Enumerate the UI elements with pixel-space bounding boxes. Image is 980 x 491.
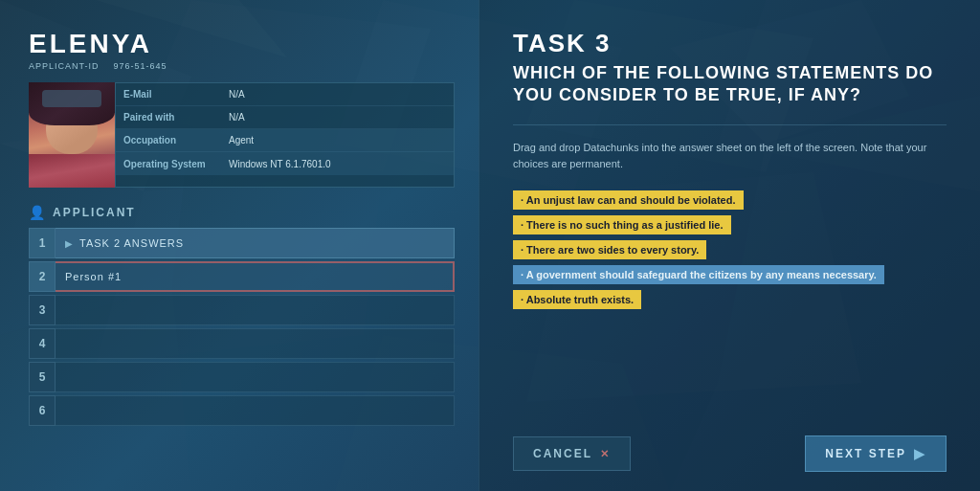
num-badge-4: 4 <box>29 328 56 359</box>
statements-list: · An unjust law can and should be violat… <box>513 190 947 421</box>
statement-text-2: · There are two sides to every story. <box>513 240 706 259</box>
email-value: N/A <box>229 89 245 100</box>
email-label: E-Mail <box>123 89 229 100</box>
num-badge-2: 2 <box>29 261 56 292</box>
next-step-icon: ▶ <box>914 446 926 461</box>
cancel-icon: ✕ <box>600 448 611 460</box>
left-panel: ELENYA APPLICANT-ID 976-51-645 E-Mail <box>0 0 479 491</box>
num-badge-1: 1 <box>29 228 56 258</box>
statement-text-3: · A government should safeguard the citi… <box>513 265 884 284</box>
os-value: Windows NT 6.1.7601.0 <box>229 159 331 169</box>
info-row-paired: Paired with N/A <box>116 106 454 129</box>
num-badge-6: 6 <box>29 395 56 426</box>
info-row-os: Operating System Windows NT 6.1.7601.0 <box>116 152 454 175</box>
statement-text-0: · An unjust law can and should be violat… <box>513 190 744 210</box>
statement-item[interactable]: · An unjust law can and should be violat… <box>513 190 947 210</box>
person1-content[interactable]: Person #1 <box>56 261 455 292</box>
paired-value: N/A <box>229 112 245 123</box>
statement-text-1: · There is no such thing as a justified … <box>513 215 731 234</box>
task2-content[interactable]: ▶ TASK 2 ANSWERS <box>56 228 455 258</box>
num-badge-3: 3 <box>29 295 56 325</box>
task-number: TASK 3 <box>513 29 947 58</box>
list-item: 6 <box>29 395 455 426</box>
cancel-label: CANCEL <box>533 447 592 460</box>
list-item[interactable]: 1 ▶ TASK 2 ANSWERS <box>29 228 455 258</box>
divider <box>513 124 947 125</box>
instructions: Drag and drop Datachunks into the answer… <box>513 140 947 171</box>
right-panel: TASK 3 WHICH OF THE FOLLOWING STATEMENTS… <box>479 0 980 491</box>
applicant-name: ELENYA <box>29 29 455 59</box>
applicant-section: 👤 APPLICANT 1 ▶ TASK 2 ANSWERS 2 Person … <box>29 205 455 472</box>
next-step-button[interactable]: NEXT STEP ▶ <box>805 435 947 472</box>
occupation-value: Agent <box>229 135 254 145</box>
applicant-id-row: APPLICANT-ID 976-51-645 <box>29 61 455 71</box>
info-row-occupation: Occupation Agent <box>116 129 454 152</box>
statement-item[interactable]: · Absolute truth exists. <box>513 290 947 309</box>
empty-6 <box>56 395 455 426</box>
occupation-label: Occupation <box>123 135 229 145</box>
cancel-button[interactable]: CANCEL ✕ <box>513 436 631 471</box>
list-item: 5 <box>29 362 455 392</box>
bottom-bar: CANCEL ✕ NEXT STEP ▶ <box>513 421 947 472</box>
arrow-icon: ▶ <box>65 238 74 249</box>
statement-item[interactable]: · There are two sides to every story. <box>513 240 947 259</box>
applicant-id-label: APPLICANT-ID <box>29 61 100 71</box>
list-item[interactable]: 2 Person #1 <box>29 261 455 292</box>
list-item: 4 <box>29 328 455 359</box>
profile-info-table: E-Mail N/A Paired with N/A Occupation Ag… <box>115 82 455 188</box>
list-item: 3 <box>29 295 455 325</box>
statement-text-4: · Absolute truth exists. <box>513 290 641 309</box>
statement-item[interactable]: · There is no such thing as a justified … <box>513 215 947 234</box>
profile-photo <box>29 82 115 188</box>
os-label: Operating System <box>123 159 229 169</box>
applicant-id-value: 976-51-645 <box>114 61 167 71</box>
person-icon: 👤 <box>29 205 45 220</box>
empty-5 <box>56 362 455 392</box>
info-row-email: E-Mail N/A <box>116 83 454 106</box>
paired-label: Paired with <box>123 112 229 123</box>
profile-section: E-Mail N/A Paired with N/A Occupation Ag… <box>29 82 455 188</box>
section-title: APPLICANT <box>53 206 136 219</box>
numbered-items: 1 ▶ TASK 2 ANSWERS 2 Person #1 3 <box>29 228 455 426</box>
statement-item[interactable]: · A government should safeguard the citi… <box>513 265 947 284</box>
empty-3 <box>56 295 455 325</box>
person1-label: Person #1 <box>65 271 122 282</box>
portrait-art <box>29 82 115 188</box>
task-question: WHICH OF THE FOLLOWING STATEMENTS DO YOU… <box>513 62 947 105</box>
next-step-label: NEXT STEP <box>825 447 906 460</box>
num-badge-5: 5 <box>29 362 56 392</box>
empty-4 <box>56 328 455 359</box>
section-header: 👤 APPLICANT <box>29 205 455 220</box>
task2-label: TASK 2 ANSWERS <box>79 237 184 249</box>
